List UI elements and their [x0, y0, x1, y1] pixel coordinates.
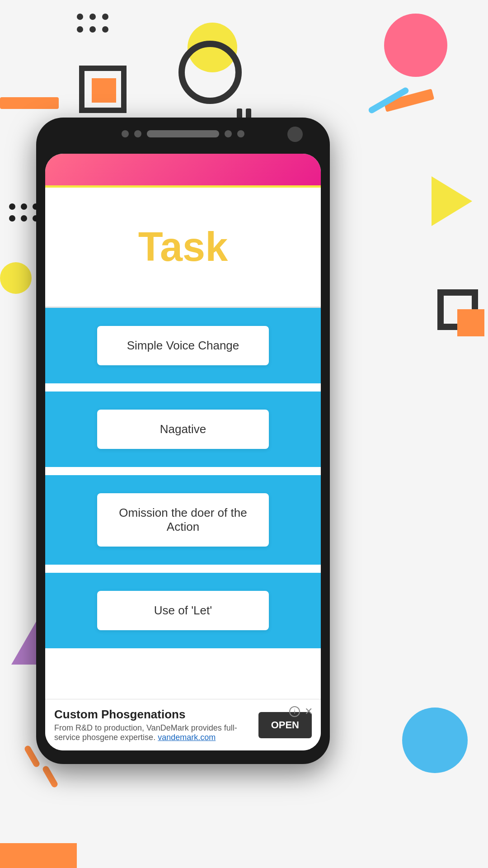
use-of-let-button[interactable]: Use of 'Let'	[97, 591, 269, 630]
yellow-circle-left	[0, 262, 32, 294]
sep-1	[45, 383, 321, 392]
orange-bar-tr	[384, 89, 434, 112]
orange-bar-tl	[0, 97, 59, 109]
ad-content: Custom Phosgenations From R&D to product…	[54, 708, 251, 742]
section-3: Omission the doer of the Action	[45, 475, 321, 565]
blue-circle-top	[178, 41, 242, 104]
phone-top-bar	[122, 130, 244, 137]
phone-dot-4	[237, 130, 244, 137]
blue-stroke-tr	[367, 86, 410, 114]
section-2: Nagative	[45, 392, 321, 467]
buttons-container: Simple Voice Change Nagative O	[45, 308, 321, 656]
omission-action-label: Omission the doer of the Action	[119, 506, 247, 533]
phone-dot-2	[134, 130, 141, 137]
dots-left-mid	[9, 203, 39, 222]
square-right-mid	[437, 289, 478, 330]
slash-left2	[42, 765, 59, 788]
ad-description: From R&D to production, VanDeMark provid…	[54, 723, 251, 742]
section-1: Simple Voice Change	[45, 308, 321, 383]
nagative-label: Nagative	[160, 422, 206, 436]
ad-title: Custom Phosgenations	[54, 708, 251, 722]
pink-circle-tr	[384, 14, 447, 77]
screen-content: Task Simple Voice Change	[45, 154, 321, 750]
orange-strip-bl	[0, 843, 77, 868]
slash-right1	[441, 714, 462, 736]
sep-2	[45, 467, 321, 475]
use-of-let-label: Use of 'Let'	[154, 604, 212, 617]
phone-dot-1	[122, 130, 129, 137]
task-title-area: Task	[45, 188, 321, 307]
phone-dot-3	[225, 130, 232, 137]
ad-info-icon[interactable]: i	[289, 706, 300, 717]
blue-circle-rb	[402, 708, 468, 773]
phone-pill	[147, 130, 219, 137]
task-title: Task	[138, 224, 228, 270]
ad-info-icons: i ✕	[289, 706, 313, 717]
dots-top	[77, 14, 108, 33]
nagative-button[interactable]: Nagative	[97, 410, 269, 449]
ad-link[interactable]: vandemark.com	[158, 733, 216, 742]
yellow-circle-top	[188, 23, 237, 72]
menu-sections: Simple Voice Change Nagative O	[45, 308, 321, 750]
phone-frame: Task Simple Voice Change	[36, 118, 330, 764]
section-4: Use of 'Let'	[45, 573, 321, 648]
app-header	[45, 154, 321, 185]
simple-voice-change-label: Simple Voice Change	[127, 339, 239, 352]
phone-camera	[287, 127, 303, 142]
ad-close-button[interactable]: ✕	[305, 706, 313, 717]
sep-3	[45, 565, 321, 573]
slash-right2	[423, 733, 444, 755]
ad-banner: i ✕ Custom Phosgenations From R&D to pro…	[45, 699, 321, 750]
omission-action-button[interactable]: Omission the doer of the Action	[97, 493, 269, 547]
square-icon-tl	[79, 66, 127, 113]
triangle-right	[432, 176, 472, 226]
phone-screen: Task Simple Voice Change	[45, 154, 321, 750]
slash-left1	[23, 745, 41, 768]
sep-4	[45, 648, 321, 656]
simple-voice-change-button[interactable]: Simple Voice Change	[97, 326, 269, 365]
